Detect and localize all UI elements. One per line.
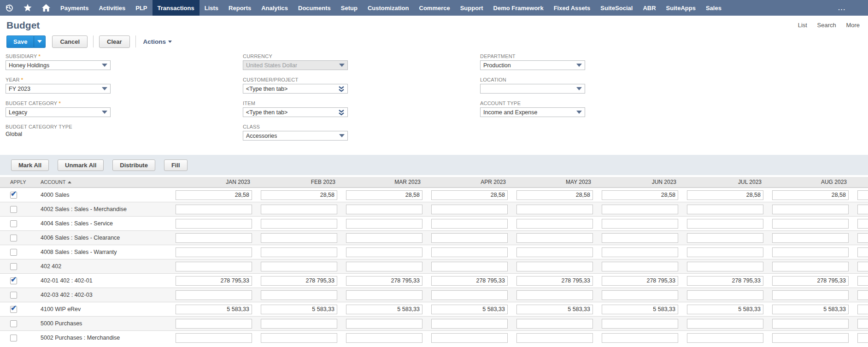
budget-amount-input-partial[interactable]	[857, 319, 868, 329]
budget-amount-input-may-2023[interactable]	[516, 333, 593, 343]
budget-amount-input-jun-2023[interactable]	[602, 276, 678, 286]
budget-amount-input-aug-2023[interactable]	[772, 247, 849, 257]
nav-item-analytics[interactable]: Analytics	[256, 0, 293, 16]
budget-amount-input-jan-2023[interactable]	[176, 190, 252, 200]
budget-amount-input-partial[interactable]	[857, 205, 868, 214]
budget-amount-input-aug-2023[interactable]	[772, 305, 849, 314]
cancel-button[interactable]: Cancel	[52, 35, 88, 48]
apply-checkbox[interactable]	[10, 220, 17, 227]
nav-item-activities[interactable]: Activities	[94, 0, 130, 16]
budget-amount-input-jun-2023[interactable]	[602, 319, 678, 329]
budget-amount-input-aug-2023[interactable]	[772, 262, 849, 271]
budget-amount-input-feb-2023[interactable]	[261, 262, 337, 271]
budget-amount-input-jul-2023[interactable]	[687, 262, 763, 271]
search-link[interactable]: Search	[817, 22, 836, 29]
home-icon[interactable]	[37, 0, 55, 16]
budget-amount-input-mar-2023[interactable]	[346, 290, 422, 300]
nav-item-setup[interactable]: Setup	[336, 0, 363, 16]
budget-amount-input-aug-2023[interactable]	[772, 319, 849, 329]
location-select[interactable]	[480, 84, 585, 94]
unmark-all-button[interactable]: Unmark All	[58, 159, 104, 171]
nav-item-reports[interactable]: Reports	[223, 0, 256, 16]
apply-checkbox[interactable]	[10, 320, 17, 327]
budget-amount-input-apr-2023[interactable]	[431, 219, 508, 229]
budget-amount-input-aug-2023[interactable]	[772, 190, 849, 200]
budget-amount-input-mar-2023[interactable]	[346, 305, 422, 314]
apply-checkbox[interactable]	[10, 335, 17, 341]
budget-amount-input-may-2023[interactable]	[516, 190, 593, 200]
budget-amount-input-jun-2023[interactable]	[602, 205, 678, 214]
item-input[interactable]: <Type then tab>	[243, 107, 348, 117]
budget-amount-input-mar-2023[interactable]	[346, 319, 422, 329]
budget-amount-input-partial[interactable]	[857, 276, 868, 286]
budget-amount-input-aug-2023[interactable]	[772, 233, 849, 243]
budget-amount-input-partial[interactable]	[857, 233, 868, 243]
budget-amount-input-jan-2023[interactable]	[176, 233, 252, 243]
budget-amount-input-aug-2023[interactable]	[772, 205, 849, 214]
double-chevron-down-icon[interactable]	[338, 86, 345, 92]
budget-amount-input-jul-2023[interactable]	[687, 233, 763, 243]
budget-amount-input-jan-2023[interactable]	[176, 276, 252, 286]
budget-amount-input-feb-2023[interactable]	[261, 333, 337, 343]
account-column-header[interactable]: ACCOUNT	[41, 179, 175, 185]
budget-amount-input-jan-2023[interactable]	[176, 205, 252, 214]
nav-item-demo-framework[interactable]: Demo Framework	[488, 0, 549, 16]
budget-amount-input-feb-2023[interactable]	[261, 233, 337, 243]
budget-amount-input-jun-2023[interactable]	[602, 262, 678, 271]
save-dropdown-button[interactable]	[34, 35, 46, 48]
budget-amount-input-mar-2023[interactable]	[346, 276, 422, 286]
apply-checkbox[interactable]: ✔	[10, 192, 17, 199]
budget-amount-input-apr-2023[interactable]	[431, 205, 508, 214]
nav-item-commerce[interactable]: Commerce	[414, 0, 455, 16]
budget-amount-input-partial[interactable]	[857, 333, 868, 343]
distribute-button[interactable]: Distribute	[112, 159, 155, 171]
budget-amount-input-jul-2023[interactable]	[687, 247, 763, 257]
budget-amount-input-aug-2023[interactable]	[772, 276, 849, 286]
apply-checkbox[interactable]	[10, 292, 17, 299]
nav-item-documents[interactable]: Documents	[293, 0, 336, 16]
nav-item-customization[interactable]: Customization	[363, 0, 414, 16]
budget-amount-input-apr-2023[interactable]	[431, 190, 508, 200]
budget-amount-input-apr-2023[interactable]	[431, 305, 508, 314]
budget-amount-input-may-2023[interactable]	[516, 276, 593, 286]
apply-checkbox[interactable]	[10, 235, 17, 241]
budget-amount-input-may-2023[interactable]	[516, 290, 593, 300]
mark-all-button[interactable]: Mark All	[11, 159, 49, 171]
budget-amount-input-feb-2023[interactable]	[261, 219, 337, 229]
save-button[interactable]: Save	[6, 35, 34, 48]
list-link[interactable]: List	[798, 22, 807, 29]
budget-amount-input-jan-2023[interactable]	[176, 290, 252, 300]
customer-project-input[interactable]: <Type then tab>	[243, 84, 348, 94]
budget-amount-input-may-2023[interactable]	[516, 233, 593, 243]
budget-amount-input-may-2023[interactable]	[516, 219, 593, 229]
nav-item-suitesocial[interactable]: SuiteSocial	[595, 0, 638, 16]
budget-amount-input-jan-2023[interactable]	[176, 247, 252, 257]
budget-amount-input-aug-2023[interactable]	[772, 333, 849, 343]
fill-button[interactable]: Fill	[164, 159, 188, 171]
budget-amount-input-jan-2023[interactable]	[176, 319, 252, 329]
budget-amount-input-partial[interactable]	[857, 290, 868, 300]
budget-amount-input-jul-2023[interactable]	[687, 305, 763, 314]
department-select[interactable]: Production	[480, 60, 585, 70]
nav-item-fixed-assets[interactable]: Fixed Assets	[549, 0, 596, 16]
apply-checkbox[interactable]	[10, 263, 17, 270]
class-select[interactable]: Accessories	[243, 131, 348, 141]
account-type-select[interactable]: Income and Expense	[480, 107, 585, 117]
budget-amount-input-may-2023[interactable]	[516, 319, 593, 329]
nav-item-transactions[interactable]: Transactions	[152, 0, 199, 16]
budget-amount-input-mar-2023[interactable]	[346, 219, 422, 229]
budget-amount-input-jun-2023[interactable]	[602, 233, 678, 243]
budget-amount-input-jul-2023[interactable]	[687, 276, 763, 286]
budget-amount-input-apr-2023[interactable]	[431, 247, 508, 257]
budget-amount-input-jul-2023[interactable]	[687, 333, 763, 343]
budget-amount-input-aug-2023[interactable]	[772, 219, 849, 229]
budget-amount-input-apr-2023[interactable]	[431, 290, 508, 300]
budget-amount-input-jul-2023[interactable]	[687, 319, 763, 329]
budget-amount-input-jan-2023[interactable]	[176, 219, 252, 229]
budget-amount-input-mar-2023[interactable]	[346, 262, 422, 271]
budget-amount-input-may-2023[interactable]	[516, 305, 593, 314]
budget-amount-input-mar-2023[interactable]	[346, 247, 422, 257]
apply-checkbox[interactable]	[10, 206, 17, 213]
double-chevron-down-icon[interactable]	[338, 109, 345, 116]
budget-amount-input-apr-2023[interactable]	[431, 333, 508, 343]
